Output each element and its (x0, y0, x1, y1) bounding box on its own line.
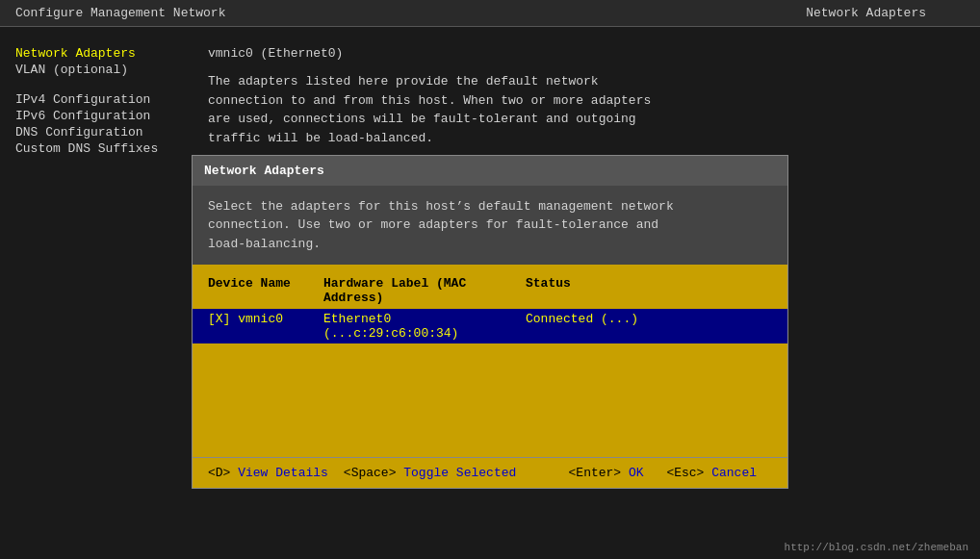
row-device: [X] vmnic0 (208, 312, 323, 341)
action-ok[interactable]: OK (629, 466, 651, 480)
modal-dialog: Network Adapters Select the adapters for… (192, 155, 788, 490)
modal-footer: <D> View Details <Space> Toggle Selected… (193, 457, 787, 488)
table-row[interactable]: [X] vmnic0 Ethernet0 (...c:29:c6:00:34) … (193, 309, 787, 343)
modal-overlay: Network Adapters Select the adapters for… (0, 27, 980, 559)
header-bar: Configure Management Network Network Ada… (0, 0, 980, 27)
col-status: Status (526, 276, 772, 305)
row-hardware: Ethernet0 (...c:29:c6:00:34) (323, 312, 526, 341)
action-view-details[interactable]: View Details (238, 466, 328, 480)
key-esc: <Esc> (666, 466, 711, 480)
main-content: Network Adapters VLAN (optional) IPv4 Co… (0, 27, 980, 559)
header-title-left: Configure Management Network (15, 6, 225, 20)
key-space: <Space> (344, 466, 403, 480)
action-toggle-selected[interactable]: Toggle Selected (403, 466, 516, 480)
modal-title: Network Adapters (193, 156, 787, 186)
col-device-name: Device Name (208, 276, 323, 305)
action-cancel[interactable]: Cancel (711, 466, 757, 480)
modal-description: Select the adapters for this host’s defa… (193, 186, 787, 266)
header-title-right: Network Adapters (806, 6, 965, 20)
key-d: <D> (208, 466, 238, 480)
watermark: http://blog.csdn.net/zhemeban (785, 542, 968, 553)
col-hardware-label: Hardware Label (MAC Address) (323, 276, 526, 305)
key-enter: <Enter> (569, 466, 629, 480)
table-header: Device Name Hardware Label (MAC Address)… (193, 272, 787, 309)
screen: Configure Management Network Network Ada… (0, 0, 980, 559)
row-status: Connected (...) (526, 312, 772, 341)
modal-body: Device Name Hardware Label (MAC Address)… (193, 265, 787, 457)
